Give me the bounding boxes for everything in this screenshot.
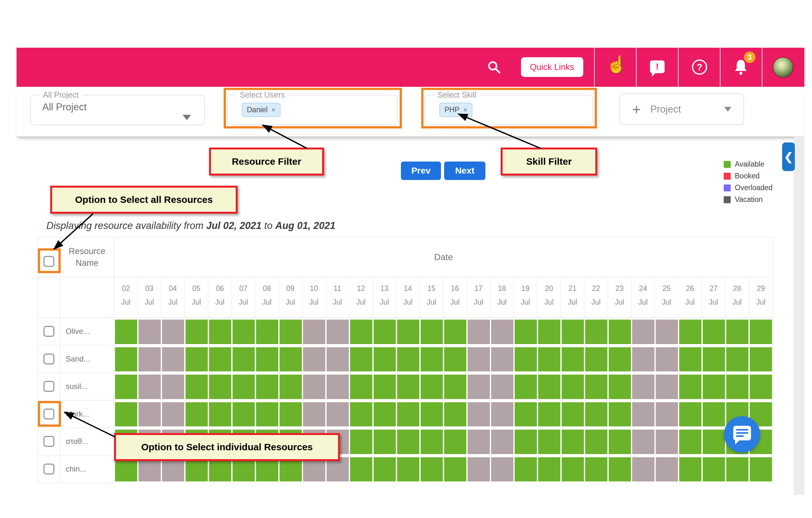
availability-cell[interactable] [561, 373, 584, 401]
availability-cell[interactable] [561, 346, 584, 373]
availability-cell[interactable] [443, 373, 467, 401]
availability-cell[interactable] [114, 373, 138, 401]
availability-cell[interactable] [397, 428, 420, 456]
availability-cell[interactable] [632, 373, 655, 401]
availability-cell[interactable] [373, 401, 397, 428]
availability-cell[interactable] [443, 401, 467, 428]
availability-cell[interactable] [584, 373, 608, 401]
availability-cell[interactable] [632, 401, 655, 428]
add-project-button[interactable]: + Project [619, 93, 744, 125]
search-icon[interactable] [487, 60, 501, 74]
availability-cell[interactable] [397, 346, 420, 373]
availability-cell[interactable] [443, 428, 467, 456]
row-checkbox[interactable] [44, 381, 54, 392]
availability-cell[interactable] [538, 401, 561, 428]
availability-cell[interactable] [538, 318, 561, 346]
avatar[interactable] [773, 57, 793, 78]
availability-cell[interactable] [279, 401, 302, 428]
availability-cell[interactable] [255, 401, 279, 428]
availability-cell[interactable] [302, 346, 326, 373]
quick-links-button[interactable]: Quick Links [521, 57, 583, 77]
availability-cell[interactable] [655, 346, 678, 373]
feedback-icon[interactable]: ! [650, 60, 665, 73]
availability-cell[interactable] [349, 318, 373, 346]
availability-cell[interactable] [302, 318, 326, 346]
availability-cell[interactable] [561, 318, 584, 346]
availability-cell[interactable] [608, 456, 632, 483]
availability-cell[interactable] [726, 373, 749, 401]
availability-cell[interactable] [655, 428, 678, 456]
availability-cell[interactable] [538, 428, 561, 456]
availability-cell[interactable] [232, 318, 255, 346]
availability-cell[interactable] [373, 428, 397, 456]
availability-cell[interactable] [279, 318, 302, 346]
availability-cell[interactable] [420, 318, 443, 346]
availability-cell[interactable] [584, 428, 608, 456]
availability-cell[interactable] [255, 346, 279, 373]
availability-cell[interactable] [538, 373, 561, 401]
availability-cell[interactable] [655, 318, 678, 346]
availability-cell[interactable] [162, 401, 185, 428]
availability-cell[interactable] [514, 346, 538, 373]
availability-cell[interactable] [632, 456, 655, 483]
availability-cell[interactable] [608, 428, 632, 456]
availability-cell[interactable] [749, 373, 773, 401]
availability-cell[interactable] [726, 456, 749, 483]
availability-cell[interactable] [114, 318, 138, 346]
availability-cell[interactable] [232, 346, 255, 373]
availability-cell[interactable] [584, 401, 608, 428]
availability-cell[interactable] [373, 318, 397, 346]
availability-cell[interactable] [208, 318, 232, 346]
availability-cell[interactable] [514, 373, 538, 401]
availability-cell[interactable] [232, 373, 255, 401]
prev-button[interactable]: Prev [401, 162, 441, 180]
availability-cell[interactable] [561, 428, 584, 456]
availability-cell[interactable] [185, 346, 208, 373]
availability-cell[interactable] [208, 373, 232, 401]
availability-cell[interactable] [702, 318, 726, 346]
availability-cell[interactable] [349, 401, 373, 428]
availability-cell[interactable] [678, 346, 702, 373]
availability-cell[interactable] [467, 401, 491, 428]
availability-cell[interactable] [491, 373, 514, 401]
availability-cell[interactable] [302, 401, 326, 428]
availability-cell[interactable] [279, 373, 302, 401]
availability-cell[interactable] [678, 456, 702, 483]
availability-cell[interactable] [678, 428, 702, 456]
availability-cell[interactable] [349, 373, 373, 401]
availability-cell[interactable] [702, 428, 726, 456]
availability-cell[interactable] [632, 346, 655, 373]
availability-cell[interactable] [467, 318, 491, 346]
availability-cell[interactable] [397, 401, 420, 428]
availability-cell[interactable] [749, 346, 773, 373]
availability-cell[interactable] [373, 346, 397, 373]
availability-cell[interactable] [726, 346, 749, 373]
availability-cell[interactable] [749, 318, 773, 346]
availability-cell[interactable] [420, 346, 443, 373]
availability-cell[interactable] [749, 456, 773, 483]
availability-cell[interactable] [538, 456, 561, 483]
availability-cell[interactable] [584, 456, 608, 483]
project-filter[interactable]: All Project All Project [30, 90, 205, 125]
availability-cell[interactable] [655, 456, 678, 483]
availability-cell[interactable] [138, 401, 162, 428]
availability-cell[interactable] [678, 401, 702, 428]
availability-cell[interactable] [443, 346, 467, 373]
next-button[interactable]: Next [444, 162, 486, 180]
availability-cell[interactable] [162, 373, 185, 401]
availability-cell[interactable] [584, 346, 608, 373]
pointer-icon[interactable]: ☝ [606, 55, 627, 74]
row-checkbox[interactable] [44, 354, 54, 364]
availability-cell[interactable] [162, 318, 185, 346]
row-checkbox[interactable] [44, 436, 54, 447]
scrollbar-track[interactable] [793, 137, 804, 495]
availability-cell[interactable] [349, 346, 373, 373]
availability-cell[interactable] [514, 401, 538, 428]
availability-cell[interactable] [608, 346, 632, 373]
availability-cell[interactable] [185, 373, 208, 401]
availability-cell[interactable] [584, 318, 608, 346]
availability-cell[interactable] [561, 401, 584, 428]
availability-cell[interactable] [326, 373, 349, 401]
availability-cell[interactable] [608, 373, 632, 401]
availability-cell[interactable] [326, 401, 349, 428]
